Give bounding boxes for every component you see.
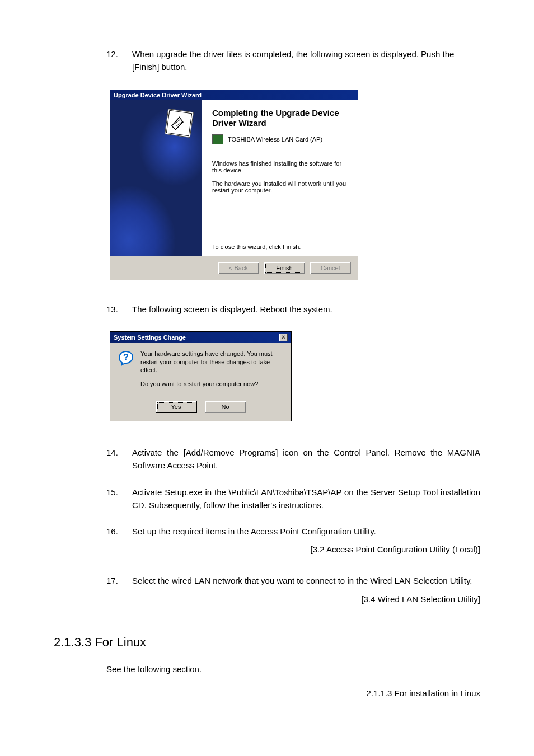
network-card-icon [212, 134, 223, 144]
msgbox-text: Do you want to restart your computer now… [140, 380, 284, 388]
msgbox-text: Your hardware settings have changed. You… [140, 350, 284, 375]
no-button[interactable]: No [205, 401, 246, 413]
section-heading: 2.1.3.3 For Linux [54, 635, 480, 650]
upgrade-wizard-dialog: Upgrade Device Driver Wizard Completing … [110, 90, 358, 280]
step-number: 13. [106, 304, 132, 314]
step-text: When upgrade the driver files is complet… [132, 48, 480, 74]
cross-reference: [3.2 Access Point Configuration Utility … [54, 544, 480, 554]
system-settings-change-dialog: System Settings Change × ? Your hardware… [110, 331, 292, 421]
svg-rect-0 [166, 110, 191, 135]
step-text: Activate the [Add/Remove Programs] icon … [132, 446, 480, 472]
question-icon: ? [117, 350, 135, 368]
wizard-close-hint: To close this wizard, click Finish. [212, 243, 301, 250]
step-text: The following screen is displayed. Reboo… [132, 303, 332, 316]
wizard-device-icon [165, 109, 194, 138]
wizard-body-text: The hardware you installed will not work… [212, 180, 348, 194]
back-button: < Back [218, 262, 259, 274]
wizard-titlebar: Upgrade Device Driver Wizard [110, 90, 358, 100]
section-body: See the following section. [54, 664, 480, 674]
wizard-device-name: TOSHIBA Wireless LAN Card (AP) [228, 136, 322, 143]
svg-text:?: ? [123, 353, 129, 362]
wizard-body-text: Windows has finished installing the soft… [212, 160, 348, 173]
wizard-button-row: < Back Finish Cancel [110, 256, 358, 280]
yes-button[interactable]: Yes [156, 401, 197, 413]
step-number: 17. [106, 576, 132, 585]
cross-reference: 2.1.1.3 For installation in Linux [54, 688, 480, 698]
step-number: 16. [106, 527, 132, 536]
step-text: Select the wired LAN network that you wa… [132, 574, 472, 587]
step-text: Set up the required items in the Access … [132, 525, 376, 538]
msgbox-title: System Settings Change [114, 334, 186, 341]
wizard-heading: Completing the Upgrade Device Driver Wiz… [212, 108, 348, 129]
step-number: 12. [106, 49, 132, 59]
cross-reference: [3.4 Wired LAN Selection Utility] [54, 594, 480, 604]
step-number: 15. [106, 487, 132, 497]
cancel-button: Cancel [310, 262, 351, 274]
wizard-sidebar-graphic [110, 100, 202, 256]
close-icon[interactable]: × [279, 334, 288, 341]
finish-button[interactable]: Finish [264, 262, 305, 274]
step-text: Activate Setup.exe in the \Public\LAN\To… [132, 486, 480, 512]
step-number: 14. [106, 448, 132, 457]
